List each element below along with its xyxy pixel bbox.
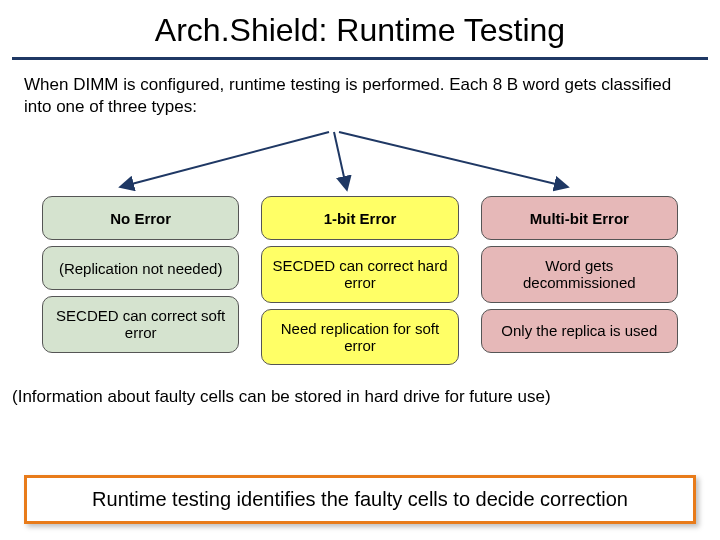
svg-line-2 bbox=[339, 132, 564, 186]
column-multibit-error: Multi-bit Error Word gets decommissioned… bbox=[481, 196, 678, 365]
header-multibit-error: Multi-bit Error bbox=[481, 196, 678, 240]
slide-title: Arch.Shield: Runtime Testing bbox=[0, 0, 720, 57]
header-no-error: No Error bbox=[42, 196, 239, 240]
cell-1bit-error-1: SECDED can correct hard error bbox=[261, 246, 458, 303]
cell-no-error-2: SECDED can correct soft error bbox=[42, 296, 239, 353]
cell-multibit-error-2: Only the replica is used bbox=[481, 309, 678, 353]
classification-grid: No Error (Replication not needed) SECDED… bbox=[0, 196, 720, 365]
cell-multibit-error-1: Word gets decommissioned bbox=[481, 246, 678, 303]
branch-arrows bbox=[24, 126, 696, 196]
svg-line-1 bbox=[334, 132, 346, 186]
title-divider bbox=[12, 57, 708, 60]
summary-callout: Runtime testing identifies the faulty ce… bbox=[24, 475, 696, 524]
column-no-error: No Error (Replication not needed) SECDED… bbox=[42, 196, 239, 365]
cell-1bit-error-2: Need replication for soft error bbox=[261, 309, 458, 366]
cell-no-error-1: (Replication not needed) bbox=[42, 246, 239, 290]
svg-line-0 bbox=[124, 132, 329, 186]
column-1bit-error: 1-bit Error SECDED can correct hard erro… bbox=[261, 196, 458, 365]
header-1bit-error: 1-bit Error bbox=[261, 196, 458, 240]
intro-text: When DIMM is configured, runtime testing… bbox=[0, 74, 720, 126]
footnote-text: (Information about faulty cells can be s… bbox=[0, 365, 720, 407]
